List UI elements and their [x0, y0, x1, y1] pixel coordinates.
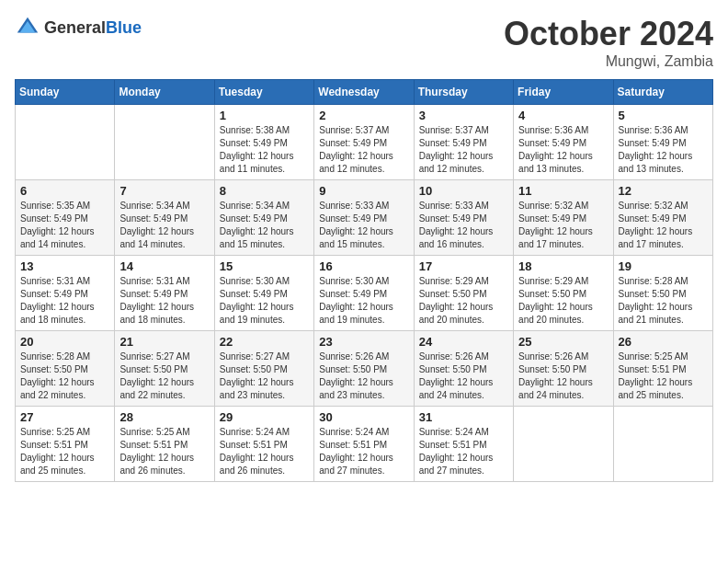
day-number: 30	[319, 410, 408, 424]
cell-info: Sunrise: 5:38 AMSunset: 5:49 PMDaylight:…	[220, 124, 309, 176]
logo-icon	[15, 15, 40, 40]
logo-text-blue: Blue	[106, 18, 142, 37]
cell-info: Sunrise: 5:26 AMSunset: 5:50 PMDaylight:…	[419, 350, 508, 402]
cell-info: Sunrise: 5:26 AMSunset: 5:50 PMDaylight:…	[518, 350, 608, 402]
cell-info: Sunrise: 5:25 AMSunset: 5:51 PMDaylight:…	[119, 426, 209, 477]
cell-info: Sunrise: 5:32 AMSunset: 5:49 PMDaylight:…	[619, 200, 708, 251]
calendar-cell: 31Sunrise: 5:24 AMSunset: 5:51 PMDayligh…	[414, 407, 513, 482]
cell-info: Sunrise: 5:25 AMSunset: 5:51 PMDaylight:…	[619, 350, 708, 402]
cell-info: Sunrise: 5:36 AMSunset: 5:49 PMDaylight:…	[518, 124, 608, 176]
calendar-cell: 18Sunrise: 5:29 AMSunset: 5:50 PMDayligh…	[514, 256, 613, 331]
day-number: 26	[619, 335, 708, 349]
page-header: GeneralBlue October 2024 Mungwi, Zambia	[15, 15, 713, 70]
cell-info: Sunrise: 5:29 AMSunset: 5:50 PMDaylight:…	[419, 275, 508, 327]
calendar-cell: 11Sunrise: 5:32 AMSunset: 5:49 PMDayligh…	[514, 180, 613, 256]
calendar-cell: 25Sunrise: 5:26 AMSunset: 5:50 PMDayligh…	[514, 331, 613, 407]
cell-info: Sunrise: 5:26 AMSunset: 5:50 PMDaylight:…	[319, 350, 408, 402]
day-number: 10	[419, 184, 508, 198]
calendar-header: SundayMondayTuesdayWednesdayThursdayFrid…	[16, 80, 713, 105]
location: Mungwi, Zambia	[504, 53, 713, 70]
weekday-row: SundayMondayTuesdayWednesdayThursdayFrid…	[16, 80, 713, 105]
cell-info: Sunrise: 5:36 AMSunset: 5:49 PMDaylight:…	[619, 124, 708, 176]
day-number: 17	[419, 259, 508, 273]
calendar-cell: 7Sunrise: 5:34 AMSunset: 5:49 PMDaylight…	[115, 180, 214, 256]
day-number: 21	[119, 335, 209, 349]
cell-info: Sunrise: 5:30 AMSunset: 5:49 PMDaylight:…	[319, 275, 408, 327]
cell-info: Sunrise: 5:34 AMSunset: 5:49 PMDaylight:…	[119, 200, 209, 251]
day-number: 22	[220, 335, 309, 349]
day-number: 20	[20, 335, 109, 349]
cell-info: Sunrise: 5:31 AMSunset: 5:49 PMDaylight:…	[119, 275, 209, 327]
cell-info: Sunrise: 5:27 AMSunset: 5:50 PMDaylight:…	[220, 350, 309, 402]
weekday-header: Tuesday	[214, 80, 313, 105]
cell-info: Sunrise: 5:25 AMSunset: 5:51 PMDaylight:…	[20, 426, 109, 477]
day-number: 27	[20, 410, 109, 424]
calendar-cell: 4Sunrise: 5:36 AMSunset: 5:49 PMDaylight…	[514, 105, 613, 180]
cell-info: Sunrise: 5:28 AMSunset: 5:50 PMDaylight:…	[619, 275, 708, 327]
day-number: 18	[518, 259, 608, 273]
cell-info: Sunrise: 5:33 AMSunset: 5:49 PMDaylight:…	[319, 200, 408, 251]
calendar-week-row: 6Sunrise: 5:35 AMSunset: 5:49 PMDaylight…	[16, 180, 713, 256]
weekday-header: Monday	[115, 80, 214, 105]
cell-info: Sunrise: 5:24 AMSunset: 5:51 PMDaylight:…	[220, 426, 309, 477]
day-number: 29	[220, 410, 309, 424]
calendar-cell: 23Sunrise: 5:26 AMSunset: 5:50 PMDayligh…	[314, 331, 414, 407]
day-number: 1	[220, 109, 309, 122]
calendar-cell	[613, 407, 712, 482]
day-number: 6	[20, 184, 109, 198]
calendar-cell: 3Sunrise: 5:37 AMSunset: 5:49 PMDaylight…	[414, 105, 513, 180]
calendar-cell: 19Sunrise: 5:28 AMSunset: 5:50 PMDayligh…	[613, 256, 712, 331]
day-number: 9	[319, 184, 408, 198]
calendar-cell	[16, 105, 115, 180]
cell-info: Sunrise: 5:31 AMSunset: 5:49 PMDaylight:…	[20, 275, 109, 327]
weekday-header: Thursday	[414, 80, 513, 105]
day-number: 31	[419, 410, 508, 424]
weekday-header: Sunday	[16, 80, 115, 105]
day-number: 25	[518, 335, 608, 349]
cell-info: Sunrise: 5:37 AMSunset: 5:49 PMDaylight:…	[419, 124, 508, 176]
cell-info: Sunrise: 5:34 AMSunset: 5:49 PMDaylight:…	[220, 200, 309, 251]
day-number: 2	[319, 109, 408, 122]
cell-info: Sunrise: 5:30 AMSunset: 5:49 PMDaylight:…	[220, 275, 309, 327]
calendar-cell: 15Sunrise: 5:30 AMSunset: 5:49 PMDayligh…	[214, 256, 313, 331]
calendar-cell: 6Sunrise: 5:35 AMSunset: 5:49 PMDaylight…	[16, 180, 115, 256]
month-year: October 2024	[504, 15, 713, 53]
cell-info: Sunrise: 5:33 AMSunset: 5:49 PMDaylight:…	[419, 200, 508, 251]
calendar-body: 1Sunrise: 5:38 AMSunset: 5:49 PMDaylight…	[16, 105, 713, 482]
calendar-cell: 30Sunrise: 5:24 AMSunset: 5:51 PMDayligh…	[314, 407, 414, 482]
day-number: 4	[518, 109, 608, 122]
day-number: 15	[220, 259, 309, 273]
cell-info: Sunrise: 5:24 AMSunset: 5:51 PMDaylight:…	[419, 426, 508, 477]
calendar-cell: 5Sunrise: 5:36 AMSunset: 5:49 PMDaylight…	[613, 105, 712, 180]
calendar-table: SundayMondayTuesdayWednesdayThursdayFrid…	[15, 79, 713, 482]
calendar-cell: 14Sunrise: 5:31 AMSunset: 5:49 PMDayligh…	[115, 256, 214, 331]
calendar-cell: 16Sunrise: 5:30 AMSunset: 5:49 PMDayligh…	[314, 256, 414, 331]
cell-info: Sunrise: 5:28 AMSunset: 5:50 PMDaylight:…	[20, 350, 109, 402]
calendar-cell: 17Sunrise: 5:29 AMSunset: 5:50 PMDayligh…	[414, 256, 513, 331]
calendar-week-row: 20Sunrise: 5:28 AMSunset: 5:50 PMDayligh…	[16, 331, 713, 407]
cell-info: Sunrise: 5:24 AMSunset: 5:51 PMDaylight:…	[319, 426, 408, 477]
calendar-cell: 28Sunrise: 5:25 AMSunset: 5:51 PMDayligh…	[115, 407, 214, 482]
day-number: 8	[220, 184, 309, 198]
calendar-cell: 2Sunrise: 5:37 AMSunset: 5:49 PMDaylight…	[314, 105, 414, 180]
day-number: 5	[619, 109, 708, 122]
weekday-header: Wednesday	[314, 80, 414, 105]
calendar-cell: 26Sunrise: 5:25 AMSunset: 5:51 PMDayligh…	[613, 331, 712, 407]
calendar-cell: 24Sunrise: 5:26 AMSunset: 5:50 PMDayligh…	[414, 331, 513, 407]
calendar-week-row: 1Sunrise: 5:38 AMSunset: 5:49 PMDaylight…	[16, 105, 713, 180]
day-number: 19	[619, 259, 708, 273]
cell-info: Sunrise: 5:37 AMSunset: 5:49 PMDaylight:…	[319, 124, 408, 176]
calendar-cell: 9Sunrise: 5:33 AMSunset: 5:49 PMDaylight…	[314, 180, 414, 256]
weekday-header: Friday	[514, 80, 613, 105]
calendar-cell: 21Sunrise: 5:27 AMSunset: 5:50 PMDayligh…	[115, 331, 214, 407]
cell-info: Sunrise: 5:27 AMSunset: 5:50 PMDaylight:…	[119, 350, 209, 402]
calendar-week-row: 27Sunrise: 5:25 AMSunset: 5:51 PMDayligh…	[16, 407, 713, 482]
calendar-cell: 22Sunrise: 5:27 AMSunset: 5:50 PMDayligh…	[214, 331, 313, 407]
day-number: 16	[319, 259, 408, 273]
day-number: 7	[119, 184, 209, 198]
logo: GeneralBlue	[15, 15, 142, 40]
day-number: 3	[419, 109, 508, 122]
cell-info: Sunrise: 5:35 AMSunset: 5:49 PMDaylight:…	[20, 200, 109, 251]
calendar-cell: 1Sunrise: 5:38 AMSunset: 5:49 PMDaylight…	[214, 105, 313, 180]
weekday-header: Saturday	[613, 80, 712, 105]
